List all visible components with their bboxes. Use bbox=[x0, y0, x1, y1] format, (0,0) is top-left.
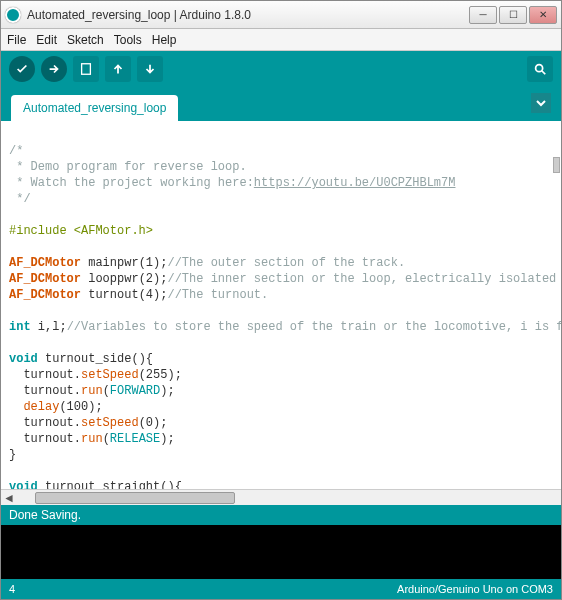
check-icon bbox=[15, 62, 29, 76]
code-text: * Demo program for reverse loop. bbox=[9, 160, 247, 174]
menu-help[interactable]: Help bbox=[152, 33, 177, 47]
code-text: //Variables to store the speed of the tr… bbox=[67, 320, 561, 334]
menu-tools[interactable]: Tools bbox=[114, 33, 142, 47]
svg-rect-0 bbox=[82, 64, 91, 75]
code-text: //The turnout. bbox=[167, 288, 268, 302]
code-text: delay bbox=[23, 400, 59, 414]
code-editor[interactable]: /* * Demo program for reverse loop. * Wa… bbox=[1, 121, 561, 489]
code-text: AF_DCMotor bbox=[9, 272, 81, 286]
code-text: looppwr(2); bbox=[81, 272, 167, 286]
code-text: int bbox=[9, 320, 31, 334]
sketch-tab[interactable]: Automated_reversing_loop bbox=[11, 95, 178, 121]
code-text: mainpwr(1); bbox=[81, 256, 167, 270]
window-title: Automated_reversing_loop | Arduino 1.8.0 bbox=[27, 8, 467, 22]
code-text: run bbox=[81, 384, 103, 398]
arrow-down-icon bbox=[143, 62, 157, 76]
code-text: AF_DCMotor bbox=[9, 256, 81, 270]
status-bar: Done Saving. bbox=[1, 505, 561, 525]
toolbar bbox=[1, 51, 561, 87]
menu-file[interactable]: File bbox=[7, 33, 26, 47]
scroll-left-icon[interactable]: ◄ bbox=[1, 491, 17, 505]
code-text: turnout_side(){ bbox=[38, 352, 153, 366]
code-text: i,l; bbox=[31, 320, 67, 334]
upload-button[interactable] bbox=[41, 56, 67, 82]
code-text: turnout(4); bbox=[81, 288, 167, 302]
file-icon bbox=[79, 62, 93, 76]
open-button[interactable] bbox=[105, 56, 131, 82]
close-button[interactable]: ✕ bbox=[529, 6, 557, 24]
code-text: ); bbox=[160, 432, 174, 446]
code-text: run bbox=[81, 432, 103, 446]
arrow-right-icon bbox=[47, 62, 61, 76]
maximize-button[interactable]: ☐ bbox=[499, 6, 527, 24]
code-text: #include <AFMotor.h> bbox=[9, 224, 153, 238]
code-text: void bbox=[9, 480, 38, 489]
arrow-up-icon bbox=[111, 62, 125, 76]
chevron-down-icon bbox=[536, 98, 546, 108]
code-text: turnout. bbox=[9, 432, 81, 446]
code-text: (0); bbox=[139, 416, 168, 430]
scrollbar-thumb[interactable] bbox=[35, 492, 235, 504]
code-text bbox=[9, 400, 23, 414]
minimize-button[interactable]: ─ bbox=[469, 6, 497, 24]
menu-edit[interactable]: Edit bbox=[36, 33, 57, 47]
code-text: ( bbox=[103, 432, 110, 446]
code-text: (100); bbox=[59, 400, 102, 414]
scroll-marker[interactable] bbox=[553, 157, 560, 173]
board-port-label: Arduino/Genuino Uno on COM3 bbox=[397, 583, 553, 595]
line-number: 4 bbox=[9, 583, 15, 595]
arduino-icon bbox=[5, 7, 21, 23]
code-text: FORWARD bbox=[110, 384, 160, 398]
magnifier-icon bbox=[533, 62, 547, 76]
code-text: (255); bbox=[139, 368, 182, 382]
svg-point-1 bbox=[536, 65, 543, 72]
code-text: setSpeed bbox=[81, 368, 139, 382]
code-text: void bbox=[9, 352, 38, 366]
code-text: turnout. bbox=[9, 384, 81, 398]
editor-area: /* * Demo program for reverse loop. * Wa… bbox=[1, 121, 561, 505]
code-text: //The outer section of the track. bbox=[167, 256, 405, 270]
code-text: ); bbox=[160, 384, 174, 398]
tab-menu-button[interactable] bbox=[531, 93, 551, 113]
code-text: setSpeed bbox=[81, 416, 139, 430]
serial-monitor-button[interactable] bbox=[527, 56, 553, 82]
footer-bar: 4 Arduino/Genuino Uno on COM3 bbox=[1, 579, 561, 599]
code-text: * Watch the project working here: bbox=[9, 176, 254, 190]
code-text: /* bbox=[9, 144, 23, 158]
horizontal-scrollbar[interactable]: ◄ bbox=[1, 489, 561, 505]
window-controls: ─ ☐ ✕ bbox=[467, 6, 557, 24]
status-text: Done Saving. bbox=[9, 508, 81, 522]
code-text: RELEASE bbox=[110, 432, 160, 446]
menubar: File Edit Sketch Tools Help bbox=[1, 29, 561, 51]
verify-button[interactable] bbox=[9, 56, 35, 82]
code-text: //The inner section or the loop, electri… bbox=[167, 272, 561, 286]
tabbar: Automated_reversing_loop bbox=[1, 87, 561, 121]
titlebar[interactable]: Automated_reversing_loop | Arduino 1.8.0… bbox=[1, 1, 561, 29]
code-text: turnout_straight(){ bbox=[38, 480, 182, 489]
code-text: AF_DCMotor bbox=[9, 288, 81, 302]
code-text: ( bbox=[103, 384, 110, 398]
save-button[interactable] bbox=[137, 56, 163, 82]
code-link[interactable]: https://youtu.be/U0CPZHBLm7M bbox=[254, 176, 456, 190]
console-output[interactable] bbox=[1, 525, 561, 579]
menu-sketch[interactable]: Sketch bbox=[67, 33, 104, 47]
code-text: turnout. bbox=[9, 416, 81, 430]
code-text: */ bbox=[9, 192, 31, 206]
code-text: turnout. bbox=[9, 368, 81, 382]
code-text: } bbox=[9, 448, 16, 462]
app-window: Automated_reversing_loop | Arduino 1.8.0… bbox=[0, 0, 562, 600]
new-button[interactable] bbox=[73, 56, 99, 82]
